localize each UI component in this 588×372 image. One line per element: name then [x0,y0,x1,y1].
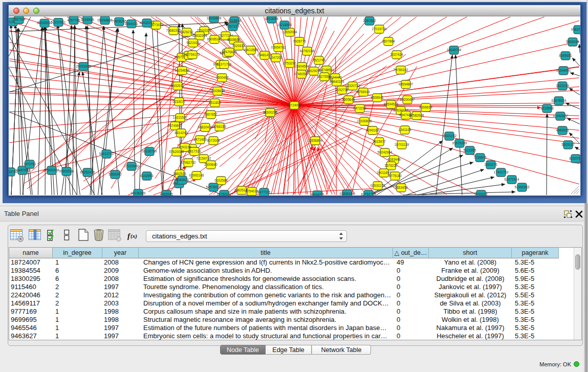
svg-text:72154732: 72154732 [197,157,211,160]
svg-text:7029313: 7029313 [232,44,245,48]
svg-text:42754172: 42754172 [185,53,200,56]
svg-text:4183448: 4183448 [387,158,401,161]
svg-text:9318804: 9318804 [228,19,241,23]
svg-text:6018999: 6018999 [81,18,94,21]
svg-text:18724007: 18724007 [287,103,302,107]
svg-text:2607884: 2607884 [382,39,395,43]
svg-text:5866066: 5866066 [566,40,579,43]
svg-text:18300295: 18300295 [263,111,278,114]
svg-text:3907857: 3907857 [204,113,217,116]
svg-text:99664291: 99664291 [310,193,325,195]
svg-text:19218506: 19218506 [277,23,292,27]
svg-text:54012711: 54012711 [99,152,114,156]
svg-text:54748554: 54748554 [319,68,334,72]
svg-text:(x): (x) [130,233,137,239]
svg-text:9700115: 9700115 [475,192,488,195]
svg-text:27315900: 27315900 [124,164,139,168]
svg-text:07620088: 07620088 [169,150,184,154]
svg-text:73681930: 73681930 [166,29,181,32]
svg-text:2152738: 2152738 [335,88,349,92]
svg-text:17401753: 17401753 [494,170,509,174]
svg-text:4080623: 4080623 [176,178,189,182]
svg-text:21930816: 21930816 [357,119,372,123]
svg-text:37476629: 37476629 [222,50,237,54]
svg-text:3505646: 3505646 [342,98,355,101]
svg-text:91975289: 91975289 [452,141,467,145]
svg-text:62471914: 62471914 [505,178,519,181]
svg-text:00487681: 00487681 [15,168,30,172]
svg-text:9072006: 9072006 [207,139,220,142]
svg-text:88535530: 88535530 [37,21,52,25]
svg-text:37962702: 37962702 [181,161,196,164]
svg-text:0102564: 0102564 [214,179,228,182]
svg-text:8215958: 8215958 [540,106,554,110]
svg-text:15904584: 15904584 [295,64,310,68]
svg-text:27019734: 27019734 [372,27,387,31]
svg-text:3576220: 3576220 [384,164,398,167]
svg-text:8344101: 8344101 [125,22,138,26]
svg-text:0233077: 0233077 [172,100,186,103]
svg-text:5622415: 5622415 [186,41,200,45]
svg-text:4357789: 4357789 [67,18,80,22]
svg-text:03954762: 03954762 [271,46,286,49]
svg-text:2472292: 2472292 [353,106,366,110]
svg-text:7357224: 7357224 [226,25,239,28]
svg-text:7567334: 7567334 [12,17,26,21]
svg-text:3370781: 3370781 [23,162,36,166]
svg-text:11371703: 11371703 [217,62,232,66]
svg-text:60252436: 60252436 [80,170,95,174]
svg-text:9653459: 9653459 [395,186,408,189]
svg-text:29053346: 29053346 [76,64,91,68]
svg-text:13221567: 13221567 [173,116,188,119]
svg-text:4099169: 4099169 [366,128,379,132]
svg-text:31752102: 31752102 [217,192,232,195]
svg-text:63678934: 63678934 [552,99,567,102]
svg-text:6756919: 6756919 [357,90,370,94]
svg-text:4754018: 4754018 [245,189,258,193]
svg-text:6142553: 6142553 [140,174,154,178]
svg-text:59200487: 59200487 [400,98,415,101]
svg-text:40431014: 40431014 [140,21,155,25]
svg-text:92320732: 92320732 [345,84,360,87]
svg-text:97800268: 97800268 [45,168,59,172]
svg-text:40613589: 40613589 [244,48,258,52]
svg-text:2817316: 2817316 [188,149,201,153]
svg-text:7136876: 7136876 [473,156,487,159]
svg-text:49840329: 49840329 [330,80,344,83]
svg-text:5366342: 5366342 [108,172,122,176]
svg-text:12652064: 12652064 [282,30,297,34]
svg-text:06230759: 06230759 [142,149,157,153]
svg-text:2087682: 2087682 [363,19,376,23]
svg-text:11656804: 11656804 [308,139,323,142]
svg-text:00036389: 00036389 [131,191,146,195]
svg-text:87582698: 87582698 [409,114,424,117]
svg-text:16701139: 16701139 [395,143,409,146]
svg-text:7037424: 7037424 [390,53,403,56]
svg-text:62751709: 62751709 [361,192,376,195]
svg-text:7600467: 7600467 [215,76,229,79]
svg-text:02631173: 02631173 [371,184,385,187]
svg-text:51860363: 51860363 [515,185,530,189]
svg-text:4989926: 4989926 [556,128,569,132]
svg-text:0615977: 0615977 [373,140,386,143]
svg-text:47460547: 47460547 [294,72,309,76]
svg-text:06749657: 06749657 [168,124,183,127]
svg-text:8508941: 8508941 [371,96,384,99]
svg-text:8813054: 8813054 [265,17,278,20]
svg-text:6426212: 6426212 [180,30,193,34]
svg-text:41952602: 41952602 [553,114,568,118]
svg-text:6775180: 6775180 [388,174,402,178]
svg-text:2471465: 2471465 [193,138,207,141]
svg-text:7521748: 7521748 [312,58,325,62]
svg-text:2766155: 2766155 [213,125,226,128]
svg-text:00328638: 00328638 [210,89,225,93]
svg-text:7928775: 7928775 [293,39,306,43]
svg-text:48594807: 48594807 [399,82,413,86]
svg-text:8306699: 8306699 [419,105,432,109]
svg-text:4083065: 4083065 [160,192,173,195]
svg-text:96820473: 96820473 [198,125,213,129]
svg-text:8395651: 8395651 [559,54,572,57]
svg-text:99837811: 99837811 [571,28,580,31]
svg-text:99095145: 99095145 [207,37,222,41]
svg-text:2309640: 2309640 [204,163,217,166]
